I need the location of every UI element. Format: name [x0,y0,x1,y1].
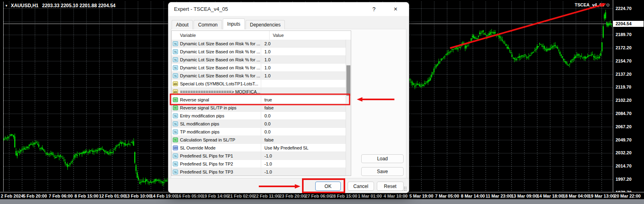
ea-smiley-icon: ☺ [606,2,610,8]
time-axis-label: 19 Mar 13:00 [588,194,615,198]
param-variable-label: SL modification pips [180,121,219,126]
param-value-cell[interactable]: false [261,136,346,143]
price-axis-label: 2189.70 [616,32,632,37]
param-variable-label: TP modification pips [180,129,220,134]
num-param-icon: ½ [173,73,178,78]
param-row[interactable]: ~Reverse signal SL/TP in pipsfalse [172,104,346,112]
param-row[interactable]: ½Predefined SL Pips for TP2-1.0 [172,160,346,168]
param-value-cell[interactable]: 1.0 [261,72,346,79]
text-param-icon: ab [173,81,178,86]
price-axis-label: 2224.70 [616,6,632,11]
param-row[interactable]: 123SL Override ModeUse My Predefined SL [172,144,346,152]
time-axis-label: 4 Mar 10:00 [384,194,408,198]
symbol-name: XAUUSD,H1 [11,3,38,8]
param-variable-cell: ½SL modification pips [172,120,261,127]
param-value-cell[interactable] [261,88,346,95]
param-value-cell[interactable]: true [261,96,346,103]
param-value-cell[interactable]: Use My Predefined SL [261,144,346,151]
tab-common[interactable]: Common [194,20,222,29]
num-param-icon: ½ [173,170,178,174]
param-value-cell[interactable]: 0.0 [261,120,346,127]
param-variable-cell: ½Predefined SL Pips for TP1 [172,152,261,160]
param-value-cell[interactable]: 1.0 [261,56,346,63]
param-value-cell[interactable]: 1.0 [261,48,346,55]
param-row[interactable]: ½SL modification pips0.0 [172,120,346,128]
time-axis-label: 5 Mar 19:00 [409,194,433,198]
param-variable-cell: ½TP modification pips [172,128,261,135]
num-param-icon: ½ [173,129,178,134]
time-axis-label: 20 Mar 22:00 [614,194,641,198]
tab-dependencies[interactable]: Dependencies [246,20,285,29]
param-variable-label: Predefined SL Pips for TP1 [180,154,233,158]
num-param-icon: ½ [173,57,178,62]
param-row[interactable]: abSpecial Lots (SYMBOL:LotsTP1-LotsT... [172,80,346,88]
param-value-cell[interactable]: 1.0 [261,64,346,71]
param-row[interactable]: ½Dynamic Lot Size Based on Risk % for ..… [172,48,346,56]
time-axis-label: 23 Feb 20:00 [279,194,306,198]
scrollbar-thumb[interactable] [346,65,350,96]
help-button[interactable]: ? [366,4,382,14]
price-axis[interactable]: 2224.702189.702172.202154.702137.202119.… [613,0,644,199]
price-axis-label: 2102.20 [616,98,632,103]
num-param-icon: ½ [173,49,178,54]
param-row[interactable]: ½Dynamic Lot Size Based on Risk % for ..… [172,40,346,48]
save-button[interactable]: Save [361,167,404,176]
param-row[interactable]: ½Predefined SL Pips for TP1-1.0 [172,152,346,160]
param-row[interactable]: ½Dynamic Lot Size Based on Risk % for ..… [172,64,346,72]
bool-param-icon: ~ [173,137,178,142]
param-variable-label: Dynamic Lot Size Based on Risk % for ... [180,57,260,62]
param-value-cell[interactable]: -1.0 [261,160,346,168]
param-value-cell[interactable]: 0.0 [261,128,346,135]
symbol-dropdown-icon[interactable]: ▼ [5,4,8,8]
table-scrollbar[interactable] [346,40,351,176]
reset-button[interactable]: Reset [377,182,404,191]
param-variable-cell: ½Predefined SL Pips for TP2 [172,160,261,168]
param-value-cell[interactable]: -1.0 [261,152,346,160]
close-icon[interactable]: × [388,4,403,14]
dialog-titlebar[interactable]: Expert - TSCEA_v4_05 ? × [168,2,409,16]
time-axis-label: 22 Feb 11:00 [254,194,280,198]
ok-button[interactable]: OK [315,182,341,191]
param-value-cell[interactable]: 0.0 [261,112,346,119]
time-axis-label: 19 Feb 14:00 [202,194,228,198]
param-variable-cell: 123SL Override Mode [172,144,261,151]
time-axis-label: 13 Feb 10:00 [125,194,151,198]
param-row[interactable]: ½Dynamic Lot Size Based on Risk % for ..… [172,72,346,80]
param-variable-label: Calculation Spread in SL/TP [180,137,235,142]
price-axis-label: 2172.20 [616,45,632,50]
param-value-cell[interactable]: -1.0 [261,168,346,176]
ea-label[interactable]: TSCEA_v4_05 ☺ [575,2,610,8]
time-axis-label: 14 Mar 18:00 [537,194,563,198]
param-row[interactable]: ~Calculation Spread in SL/TPfalse [172,136,346,144]
param-row[interactable]: ~Reverse signaltrue [172,96,346,104]
param-row[interactable]: ab====================> MODIFICA... [172,88,346,96]
param-variable-cell: ~Calculation Spread in SL/TP [172,136,261,143]
param-value-cell[interactable] [261,80,346,87]
param-value-cell[interactable]: 2.0 [261,40,346,47]
time-axis-label: 14 Feb 19:00 [150,194,177,198]
param-variable-label: ====================> MODIFICA... [180,89,260,94]
price-axis-label: 2014.70 [616,164,632,168]
param-row[interactable]: ½Predefined SL Pips for TP3-1.0 [172,168,346,176]
price-axis-label: 1997.20 [616,177,632,182]
param-variable-label: Reverse signal [180,97,209,102]
param-row[interactable]: ½Dynamic Lot Size Based on Risk % for ..… [172,56,346,64]
param-value-cell[interactable]: false [261,104,346,111]
chart-symbol-title: ▼ XAUUSD,H1 2203.33 2205.10 2201.88 2204… [5,3,116,8]
time-axis-label: 13 Mar 09:00 [511,194,538,198]
param-variable-label: SL Override Mode [180,145,216,150]
tab-inputs[interactable]: Inputs [223,18,245,29]
param-row[interactable]: ½Entry modification pips0.0 [172,112,346,120]
param-variable-cell: ½Dynamic Lot Size Based on Risk % for ..… [172,56,261,63]
param-variable-cell: abSpecial Lots (SYMBOL:LotsTP1-LotsT... [172,80,261,87]
price-axis-label: 2084.70 [616,111,632,116]
param-variable-cell: ½Dynamic Lot Size Based on Risk % for ..… [172,40,261,47]
column-header-value: Value [269,31,346,40]
tab-about[interactable]: About [172,20,193,29]
cancel-button[interactable]: Cancel [348,182,374,191]
time-axis-label: 28 Feb 15:00 [331,194,357,198]
price-axis-label: 2049.70 [616,137,632,142]
time-axis-label: 5 Feb 20:00 [23,194,47,198]
load-button[interactable]: Load [361,154,404,163]
param-row[interactable]: ½TP modification pips0.0 [172,128,346,136]
